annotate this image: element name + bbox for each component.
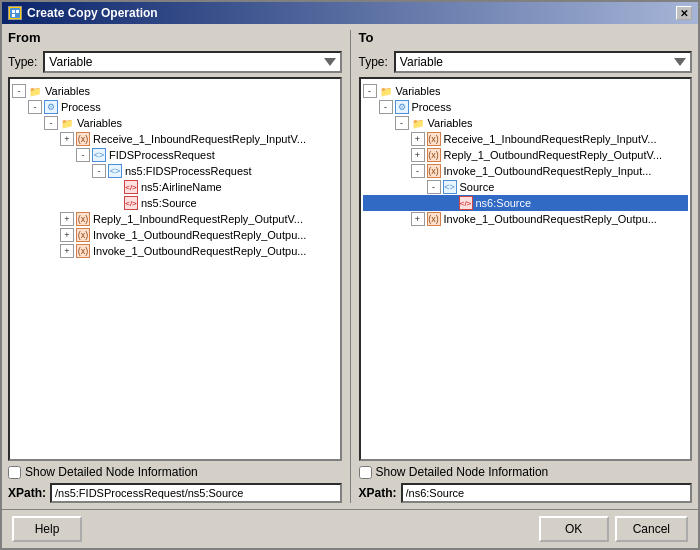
tree-node[interactable]: +(x)Invoke_1_OutboundRequestReply_Outpu.… <box>12 243 338 259</box>
tree-node[interactable]: +(x)Receive_1_InboundRequestReply_InputV… <box>12 131 338 147</box>
tree-node[interactable]: +(x)Invoke_1_OutboundRequestReply_Outpu.… <box>363 211 689 227</box>
element-icon: <> <box>443 180 457 194</box>
to-tree[interactable]: -📁Variables-⚙Process-📁Variables+(x)Recei… <box>359 77 693 461</box>
tree-node[interactable]: </>ns6:Source <box>363 195 689 211</box>
from-xpath-input[interactable] <box>50 483 341 503</box>
tree-node[interactable]: -(x)Invoke_1_OutboundRequestReply_Input.… <box>363 163 689 179</box>
tree-node[interactable]: -<>FIDSProcessRequest <box>12 147 338 163</box>
to-xpath-row: XPath: <box>359 483 693 503</box>
content-area: From Type: Variable -📁Variables-⚙Process… <box>2 24 698 509</box>
element-icon: <> <box>92 148 106 162</box>
folder-icon: 📁 <box>411 116 425 130</box>
node-label: Receive_1_InboundRequestReply_InputV... <box>444 133 657 145</box>
variable-icon: (x) <box>427 132 441 146</box>
tree-node[interactable]: +(x)Receive_1_InboundRequestReply_InputV… <box>363 131 689 147</box>
attr-icon: </> <box>459 196 473 210</box>
tree-node[interactable]: -<>Source <box>363 179 689 195</box>
expand-icon[interactable]: + <box>60 228 74 242</box>
tree-node[interactable]: -📁Variables <box>363 83 689 99</box>
variable-icon: (x) <box>76 244 90 258</box>
to-xpath-label: XPath: <box>359 486 397 500</box>
from-type-row: Type: Variable <box>8 51 342 73</box>
node-label: Receive_1_InboundRequestReply_InputV... <box>93 133 306 145</box>
title-bar: Create Copy Operation ✕ <box>2 2 698 24</box>
tree-node[interactable]: -📁Variables <box>12 83 338 99</box>
close-button[interactable]: ✕ <box>676 6 692 20</box>
tree-node[interactable]: -📁Variables <box>12 115 338 131</box>
process-icon: ⚙ <box>44 100 58 114</box>
expand-icon[interactable]: - <box>92 164 106 178</box>
expand-icon[interactable]: - <box>395 116 409 130</box>
node-label: Invoke_1_OutboundRequestReply_Outpu... <box>93 245 306 257</box>
expand-icon[interactable]: - <box>28 100 42 114</box>
to-type-label: Type: <box>359 55 388 69</box>
node-label: Source <box>460 181 495 193</box>
ok-cancel-group: OK Cancel <box>539 516 688 542</box>
dialog-window: Create Copy Operation ✕ From Type: Varia… <box>0 0 700 550</box>
title-bar-left: Create Copy Operation <box>8 6 158 20</box>
from-panel: From Type: Variable -📁Variables-⚙Process… <box>8 30 342 503</box>
to-type-row: Type: Variable <box>359 51 693 73</box>
expand-icon[interactable]: - <box>427 180 441 194</box>
tree-node[interactable]: +(x)Reply_1_OutboundRequestReply_OutputV… <box>363 147 689 163</box>
window-icon <box>8 6 22 20</box>
node-label: ns5:Source <box>141 197 197 209</box>
expand-icon[interactable]: + <box>411 132 425 146</box>
tree-node[interactable]: -⚙Process <box>12 99 338 115</box>
tree-node[interactable]: -<>ns5:FIDSProcessRequest <box>12 163 338 179</box>
expand-icon[interactable]: + <box>411 148 425 162</box>
expand-icon[interactable]: - <box>363 84 377 98</box>
to-show-detailed-label[interactable]: Show Detailed Node Information <box>359 465 549 479</box>
tree-node[interactable]: -📁Variables <box>363 115 689 131</box>
process-icon: ⚙ <box>395 100 409 114</box>
variable-icon: (x) <box>427 148 441 162</box>
node-label: Variables <box>45 85 90 97</box>
node-label: Reply_1_InboundRequestReply_OutputV... <box>93 213 303 225</box>
variable-icon: (x) <box>76 132 90 146</box>
tree-node[interactable]: </>ns5:Source <box>12 195 338 211</box>
folder-icon: 📁 <box>60 116 74 130</box>
tree-node[interactable]: -⚙Process <box>363 99 689 115</box>
to-xpath-input[interactable] <box>401 483 692 503</box>
expand-icon[interactable]: - <box>12 84 26 98</box>
node-label: Variables <box>77 117 122 129</box>
node-label: FIDSProcessRequest <box>109 149 215 161</box>
to-panel-title: To <box>359 30 693 47</box>
svg-rect-3 <box>12 14 15 17</box>
tree-node[interactable]: </>ns5:AirlineName <box>12 179 338 195</box>
tree-node[interactable]: +(x)Reply_1_InboundRequestReply_OutputV.… <box>12 211 338 227</box>
variable-icon: (x) <box>76 228 90 242</box>
from-tree[interactable]: -📁Variables-⚙Process-📁Variables+(x)Recei… <box>8 77 342 461</box>
expand-icon[interactable]: - <box>411 164 425 178</box>
node-label: Reply_1_OutboundRequestReply_OutputV... <box>444 149 663 161</box>
from-xpath-label: XPath: <box>8 486 46 500</box>
help-button[interactable]: Help <box>12 516 82 542</box>
expand-icon[interactable]: + <box>411 212 425 226</box>
expand-icon[interactable]: - <box>379 100 393 114</box>
expand-icon[interactable]: + <box>60 132 74 146</box>
to-bottom-row: Show Detailed Node Information <box>359 465 693 479</box>
tree-node[interactable]: +(x)Invoke_1_OutboundRequestReply_Outpu.… <box>12 227 338 243</box>
node-label: Process <box>61 101 101 113</box>
expand-icon[interactable]: + <box>60 212 74 226</box>
expand-icon[interactable]: - <box>76 148 90 162</box>
node-label: Invoke_1_OutboundRequestReply_Outpu... <box>93 229 306 241</box>
from-type-select[interactable]: Variable <box>43 51 341 73</box>
from-type-label: Type: <box>8 55 37 69</box>
to-type-select[interactable]: Variable <box>394 51 692 73</box>
element-icon: <> <box>108 164 122 178</box>
cancel-button[interactable]: Cancel <box>615 516 688 542</box>
expand-icon[interactable]: - <box>44 116 58 130</box>
ok-button[interactable]: OK <box>539 516 609 542</box>
variable-icon: (x) <box>76 212 90 226</box>
from-show-detailed-label[interactable]: Show Detailed Node Information <box>8 465 198 479</box>
variable-icon: (x) <box>427 212 441 226</box>
attr-icon: </> <box>124 196 138 210</box>
node-label: ns6:Source <box>476 197 532 209</box>
from-xpath-row: XPath: <box>8 483 342 503</box>
from-show-detailed-checkbox[interactable] <box>8 466 21 479</box>
window-title: Create Copy Operation <box>27 6 158 20</box>
to-show-detailed-checkbox[interactable] <box>359 466 372 479</box>
expand-icon[interactable]: + <box>60 244 74 258</box>
node-label: ns5:FIDSProcessRequest <box>125 165 252 177</box>
